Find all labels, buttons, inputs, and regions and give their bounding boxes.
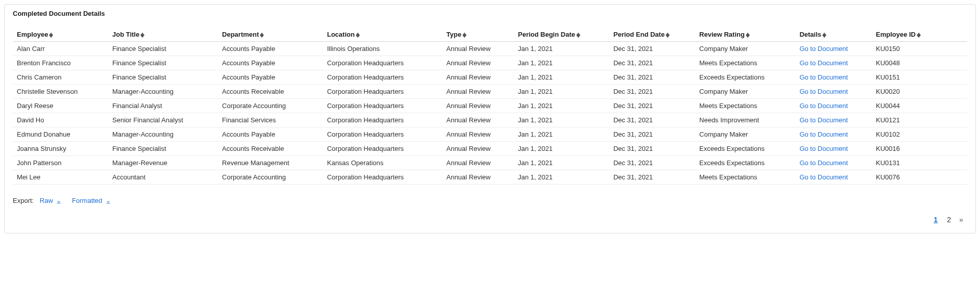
cell-type: Annual Review bbox=[442, 113, 513, 127]
col-header-review-rating[interactable]: Review Rating bbox=[695, 28, 795, 42]
sort-icon bbox=[140, 33, 144, 38]
cell-department: Accounts Receivable bbox=[218, 142, 323, 156]
cell-job-title: Senior Financial Analyst bbox=[108, 113, 218, 127]
cell-employee-id: KU0151 bbox=[872, 70, 967, 85]
col-header-label: Review Rating bbox=[699, 31, 745, 38]
cell-employee-id: KU0016 bbox=[872, 142, 967, 156]
cell-type: Annual Review bbox=[442, 70, 513, 85]
table-row: Brenton FranciscoFinance SpecialistAccou… bbox=[13, 56, 967, 70]
cell-location: Illinois Operations bbox=[323, 42, 443, 56]
cell-department: Accounts Payable bbox=[218, 56, 323, 70]
cell-period-end-date: Dec 31, 2021 bbox=[609, 170, 695, 185]
cell-details: Go to Document bbox=[795, 56, 872, 70]
cell-location: Corporation Headquarters bbox=[323, 99, 443, 113]
download-icon bbox=[105, 198, 111, 204]
page-2[interactable]: 2 bbox=[946, 216, 952, 224]
go-to-document-link[interactable]: Go to Document bbox=[799, 45, 848, 52]
col-header-employee[interactable]: Employee bbox=[13, 28, 108, 42]
cell-location: Corporation Headquarters bbox=[323, 70, 443, 85]
sort-icon bbox=[822, 33, 826, 38]
cell-employee-id: KU0131 bbox=[872, 156, 967, 170]
cell-period-end-date: Dec 31, 2021 bbox=[609, 85, 695, 99]
col-header-details[interactable]: Details bbox=[795, 28, 872, 42]
go-to-document-link[interactable]: Go to Document bbox=[799, 159, 848, 167]
cell-employee-id: KU0044 bbox=[872, 99, 967, 113]
table-row: Chris CameronFinance SpecialistAccounts … bbox=[13, 70, 967, 85]
col-header-job-title[interactable]: Job Title bbox=[108, 28, 218, 42]
cell-details: Go to Document bbox=[795, 127, 872, 142]
cell-period-begin-date: Jan 1, 2021 bbox=[514, 70, 609, 85]
go-to-document-link[interactable]: Go to Document bbox=[799, 102, 848, 110]
col-header-label: Period End Date bbox=[614, 31, 665, 38]
cell-period-begin-date: Jan 1, 2021 bbox=[514, 142, 609, 156]
col-header-type[interactable]: Type bbox=[442, 28, 513, 42]
col-header-label: Type bbox=[446, 31, 461, 38]
cell-employee: Brenton Francisco bbox=[13, 56, 108, 70]
cell-location: Corporation Headquarters bbox=[323, 56, 443, 70]
export-label: Export: bbox=[13, 197, 34, 204]
cell-employee-id: KU0150 bbox=[872, 42, 967, 56]
col-header-label: Period Begin Date bbox=[518, 31, 575, 38]
cell-location: Corporation Headquarters bbox=[323, 170, 443, 185]
cell-job-title: Accountant bbox=[108, 170, 218, 185]
col-header-department[interactable]: Department bbox=[218, 28, 323, 42]
col-header-label: Details bbox=[799, 31, 821, 38]
panel-title: Completed Document Details bbox=[13, 10, 967, 17]
cell-period-begin-date: Jan 1, 2021 bbox=[514, 85, 609, 99]
cell-job-title: Manager-Accounting bbox=[108, 85, 218, 99]
cell-period-end-date: Dec 31, 2021 bbox=[609, 127, 695, 142]
col-header-label: Job Title bbox=[112, 31, 139, 38]
table-row: Daryl ReeseFinancial AnalystCorporate Ac… bbox=[13, 99, 967, 113]
cell-details: Go to Document bbox=[795, 99, 872, 113]
cell-period-begin-date: Jan 1, 2021 bbox=[514, 113, 609, 127]
cell-details: Go to Document bbox=[795, 70, 872, 85]
sort-icon bbox=[576, 33, 580, 38]
go-to-document-link[interactable]: Go to Document bbox=[799, 73, 848, 81]
col-header-period-begin-date[interactable]: Period Begin Date bbox=[514, 28, 609, 42]
go-to-document-link[interactable]: Go to Document bbox=[799, 59, 848, 67]
table-row: John PattersonManager-RevenueRevenue Man… bbox=[13, 156, 967, 170]
col-header-location[interactable]: Location bbox=[323, 28, 443, 42]
pagination-next[interactable]: » bbox=[959, 216, 963, 224]
completed-document-details-panel: Completed Document Details EmployeeJob T… bbox=[4, 4, 976, 233]
cell-details: Go to Document bbox=[795, 170, 872, 185]
cell-review-rating: Meets Expectations bbox=[695, 56, 795, 70]
cell-period-end-date: Dec 31, 2021 bbox=[609, 56, 695, 70]
export-formatted-link[interactable]: Formatted bbox=[72, 197, 111, 204]
cell-employee-id: KU0102 bbox=[872, 127, 967, 142]
cell-employee: Joanna Strunsky bbox=[13, 142, 108, 156]
go-to-document-link[interactable]: Go to Document bbox=[799, 116, 848, 124]
sort-icon bbox=[356, 33, 360, 38]
cell-period-end-date: Dec 31, 2021 bbox=[609, 99, 695, 113]
go-to-document-link[interactable]: Go to Document bbox=[799, 130, 848, 138]
cell-period-end-date: Dec 31, 2021 bbox=[609, 156, 695, 170]
cell-location: Corporation Headquarters bbox=[323, 127, 443, 142]
col-header-label: Location bbox=[327, 31, 355, 38]
cell-department: Accounts Payable bbox=[218, 42, 323, 56]
export-row: Export: Raw Formatted bbox=[13, 197, 967, 204]
cell-employee: Christelle Stevenson bbox=[13, 85, 108, 99]
go-to-document-link[interactable]: Go to Document bbox=[799, 173, 848, 181]
cell-type: Annual Review bbox=[442, 156, 513, 170]
col-header-period-end-date[interactable]: Period End Date bbox=[609, 28, 695, 42]
cell-type: Annual Review bbox=[442, 85, 513, 99]
cell-type: Annual Review bbox=[442, 142, 513, 156]
go-to-document-link[interactable]: Go to Document bbox=[799, 88, 848, 95]
cell-details: Go to Document bbox=[795, 142, 872, 156]
cell-location: Corporation Headquarters bbox=[323, 113, 443, 127]
page-1[interactable]: 1 bbox=[933, 216, 939, 224]
table-row: Christelle StevensonManager-AccountingAc… bbox=[13, 85, 967, 99]
cell-employee-id: KU0076 bbox=[872, 170, 967, 185]
cell-employee: Mei Lee bbox=[13, 170, 108, 185]
cell-review-rating: Exceeds Expectations bbox=[695, 70, 795, 85]
cell-department: Financial Services bbox=[218, 113, 323, 127]
export-raw-link[interactable]: Raw bbox=[40, 197, 64, 204]
go-to-document-link[interactable]: Go to Document bbox=[799, 145, 848, 152]
cell-review-rating: Company Maker bbox=[695, 85, 795, 99]
sort-icon bbox=[746, 33, 750, 38]
cell-employee-id: KU0020 bbox=[872, 85, 967, 99]
col-header-employee-id[interactable]: Employee ID bbox=[872, 28, 967, 42]
cell-job-title: Manager-Revenue bbox=[108, 156, 218, 170]
table-row: Mei LeeAccountantCorporate AccountingCor… bbox=[13, 170, 967, 185]
cell-type: Annual Review bbox=[442, 99, 513, 113]
